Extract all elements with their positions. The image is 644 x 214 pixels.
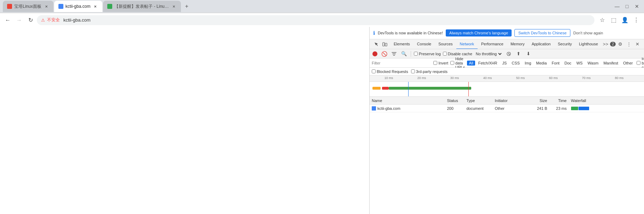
- menu-button[interactable]: ⋮: [631, 15, 641, 25]
- search-network-button[interactable]: 🔍: [400, 50, 408, 58]
- third-party-checkbox[interactable]: [411, 69, 415, 73]
- browser-viewport: [0, 27, 370, 214]
- filter-input[interactable]: [382, 61, 431, 65]
- chip-fetch-xhr[interactable]: Fetch/XHR: [477, 61, 499, 66]
- import-har-button[interactable]: ⬆: [515, 50, 523, 58]
- hide-data-urls-checkbox[interactable]: [450, 61, 454, 65]
- third-party-label[interactable]: 3rd-party requests: [411, 69, 448, 74]
- svg-rect-0: [383, 43, 384, 46]
- vline-blue: [408, 82, 409, 97]
- tab-2[interactable]: kctii-gba.com ✕: [54, 1, 103, 12]
- chip-doc[interactable]: Doc: [563, 61, 573, 66]
- blocked-requests-label[interactable]: Blocked Requests: [372, 69, 408, 74]
- th-initiator[interactable]: Initiator: [493, 98, 528, 103]
- tab-network[interactable]: Network: [456, 39, 478, 49]
- invert-checkbox[interactable]: [433, 61, 437, 65]
- extension-button[interactable]: ⬚: [609, 15, 619, 25]
- blocked-requests-checkbox[interactable]: [372, 69, 376, 73]
- back-button[interactable]: ←: [3, 15, 13, 25]
- filter-bar: Filter Invert Hide data URLs All Fetch/X…: [370, 58, 644, 68]
- network-conditions-button[interactable]: [505, 50, 513, 58]
- tab-3[interactable]: 【新提醒】发表帖子 - Linux图... ✕: [103, 1, 181, 12]
- devtools-toolbar: Elements Console Sources Network Perform…: [370, 39, 644, 49]
- tab-memory[interactable]: Memory: [507, 39, 528, 49]
- th-time[interactable]: Time: [549, 98, 569, 103]
- refresh-button[interactable]: ↻: [25, 15, 35, 25]
- tab-lighthouse[interactable]: Lighthouse: [575, 39, 600, 49]
- address-url: kctii-gba.com: [63, 17, 91, 23]
- clear-button[interactable]: 🚫: [380, 50, 388, 58]
- device-toolbar-button[interactable]: [381, 40, 389, 48]
- bookmark-button[interactable]: ☆: [597, 15, 607, 25]
- throttle-select[interactable]: No throttling Fast 3G Slow 3G Offline: [474, 51, 503, 56]
- invert-label[interactable]: Invert: [433, 61, 448, 65]
- disable-cache-text: Disable cache: [448, 52, 472, 56]
- nav-right-controls: ☆ ⬚ 👤 ⋮: [597, 15, 641, 25]
- export-har-button[interactable]: ⬇: [525, 50, 532, 58]
- tab-bar-controls: — □ ✕: [613, 2, 641, 11]
- filter-toggle-button[interactable]: [390, 50, 398, 58]
- th-size[interactable]: Size: [528, 98, 549, 103]
- mark-30ms: 30 ms: [449, 76, 459, 80]
- disable-cache-checkbox[interactable]: [443, 52, 447, 56]
- inspect-element-button[interactable]: [372, 40, 380, 48]
- tab-2-label: kctii-gba.com: [65, 4, 91, 9]
- devtools-left-tools: [371, 40, 390, 48]
- preserve-log-label[interactable]: Preserve log: [414, 52, 441, 56]
- third-party-text: 3rd-party requests: [416, 69, 448, 74]
- chip-wasm[interactable]: Wasm: [586, 61, 600, 66]
- table-row[interactable]: kctii-gba.com 200 document Other 241 B: [370, 105, 644, 112]
- tab-1-favicon: [7, 4, 12, 9]
- tab-1[interactable]: 宝塔Linux面板 ✕: [3, 1, 53, 12]
- address-bar[interactable]: ⚠ 不安全 kctii-gba.com: [37, 15, 594, 25]
- vline-red: [468, 82, 469, 97]
- tab-application[interactable]: Application: [528, 39, 554, 49]
- tab-1-close[interactable]: ✕: [44, 4, 49, 9]
- preserve-log-checkbox[interactable]: [414, 52, 418, 56]
- has-blocked-checkbox[interactable]: [637, 61, 640, 65]
- dont-show-button[interactable]: Don't show again: [573, 31, 603, 35]
- th-name[interactable]: Name: [370, 98, 445, 103]
- cell-status: 200: [445, 106, 465, 111]
- chip-ws[interactable]: WS: [575, 61, 585, 66]
- disable-cache-label[interactable]: Disable cache: [443, 52, 472, 56]
- switch-devtools-button[interactable]: Switch DevTools to Chinese: [514, 29, 570, 37]
- waterfall-bar-blue: [579, 107, 589, 110]
- maximize-button[interactable]: □: [623, 2, 631, 11]
- th-waterfall[interactable]: Waterfall: [569, 98, 644, 103]
- more-tabs-button[interactable]: >>: [602, 40, 609, 48]
- tab-elements[interactable]: Elements: [390, 39, 414, 49]
- new-tab-button[interactable]: +: [182, 1, 192, 11]
- chip-img[interactable]: Img: [523, 61, 533, 66]
- always-match-button[interactable]: Always match Chrome's language: [446, 29, 512, 36]
- chip-css[interactable]: CSS: [510, 61, 522, 66]
- cell-waterfall: [569, 107, 644, 110]
- chip-manifest[interactable]: Manifest: [602, 61, 620, 66]
- tab-security[interactable]: Security: [554, 39, 575, 49]
- th-type[interactable]: Type: [465, 98, 493, 103]
- console-badge: 2: [610, 42, 616, 46]
- settings-button[interactable]: ⚙: [616, 40, 624, 48]
- tab-sources[interactable]: Sources: [435, 39, 456, 49]
- tab-performance[interactable]: Performance: [478, 39, 507, 49]
- chip-js[interactable]: JS: [501, 61, 509, 66]
- file-icon: [372, 106, 376, 111]
- close-button[interactable]: ✕: [633, 2, 641, 11]
- close-devtools-button[interactable]: ✕: [633, 40, 641, 48]
- th-status[interactable]: Status: [445, 98, 465, 103]
- blocked-requests-text: Blocked Requests: [377, 69, 408, 74]
- chip-other[interactable]: Other: [621, 61, 635, 66]
- tab-2-close[interactable]: ✕: [92, 4, 98, 9]
- record-button[interactable]: [372, 51, 378, 57]
- tab-3-close[interactable]: ✕: [171, 4, 177, 9]
- more-options-button[interactable]: ⋮: [625, 40, 633, 48]
- forward-button[interactable]: →: [14, 15, 24, 25]
- infobar-text: DevTools is now available in Chinese!: [378, 31, 443, 35]
- chip-all[interactable]: All: [467, 61, 475, 66]
- chip-media[interactable]: Media: [534, 61, 548, 66]
- svg-rect-1: [385, 43, 387, 46]
- profile-button[interactable]: 👤: [620, 15, 630, 25]
- minimize-button[interactable]: —: [613, 2, 621, 11]
- tab-console[interactable]: Console: [414, 39, 435, 49]
- chip-font[interactable]: Font: [550, 61, 561, 66]
